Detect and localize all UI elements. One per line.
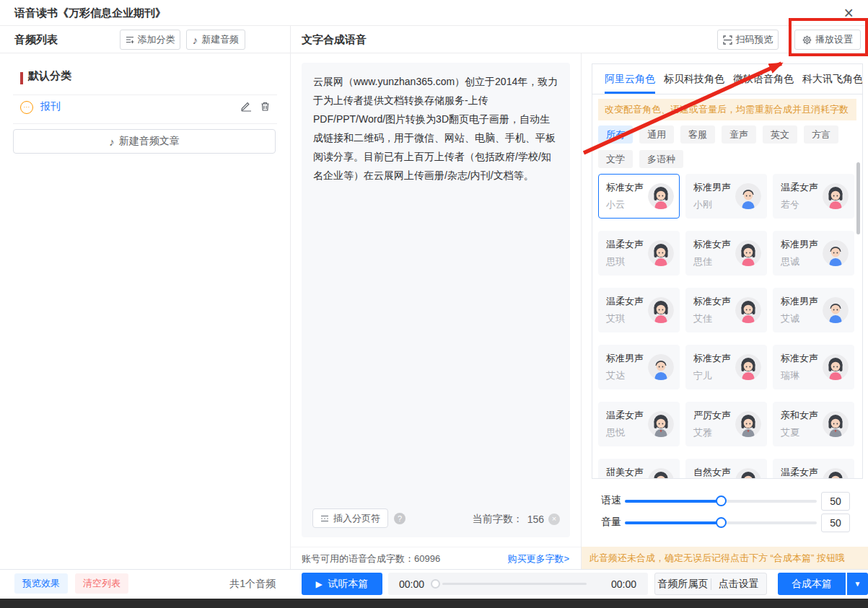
speed-slider-fill [625,500,721,503]
voice-filter-chip[interactable]: 文学 [598,150,633,168]
volume-slider[interactable] [625,521,817,524]
insert-pagebreak-button[interactable]: 插入分页符 [312,508,388,528]
volume-slider-fill [625,521,721,524]
voice-card[interactable]: 标准女声小云 [598,174,680,219]
tts-text-editor[interactable]: 云展网（www.yunzhan365.com）创立于2014年，致力于为上传者提… [302,63,570,537]
voice-avatar-icon [648,240,674,266]
add-category-button[interactable]: 添加分类 [120,30,180,50]
close-icon[interactable]: × [844,2,854,24]
voice-avatar-icon [648,297,674,323]
volume-label: 音量 [601,516,621,529]
voice-card[interactable]: 自然女声 [685,459,767,479]
panel-header-row: 音频列表 添加分类 ♪ 新建音频 文字合成语音 扫码预览 播放设置 [0,26,868,53]
audio-page-setting-group[interactable]: 音频所属页 点击设置 [654,573,767,595]
voice-card[interactable]: 标准女声瑞琳 [773,345,854,389]
category-name: 默认分类 [28,69,71,83]
voice-card[interactable]: 温柔女声思悦 [598,402,680,446]
voice-role-panel: 阿里云角色标贝科技角色微软语音角色科大讯飞角色 改变配音角色、语速或音量后，均需… [592,63,863,479]
audio-count-text: 共1个音频 [208,573,276,594]
elapsed-time: 00:00 [399,578,424,590]
speed-slider-row: 语速 50 [592,492,868,511]
voice-card[interactable]: 标准女声思佳 [685,231,767,276]
voice-provider-tabs: 阿里云角色标贝科技角色微软语音角色科大讯飞角色 [592,64,862,94]
voice-card[interactable]: 温柔女声 [773,459,854,479]
voice-filter-chip[interactable]: 英文 [763,125,797,144]
voice-filter-chip[interactable]: 多语种 [639,150,683,168]
voice-card[interactable]: 标准男声思诚 [773,231,854,276]
volume-value-input[interactable]: 50 [821,514,850,532]
voice-card[interactable]: 甜美女声 [598,459,680,479]
voice-avatar-icon [823,183,849,209]
music-note-icon: ♪ [109,136,115,148]
voice-card[interactable]: 标准女声宁儿 [685,345,767,389]
voice-reading-modal: 语音读书《万彩信息企业期刊》 × 音频列表 添加分类 ♪ 新建音频 文字合成语音… [0,0,868,599]
player-seek-knob[interactable] [431,579,440,589]
voice-provider-tab[interactable]: 标贝科技角色 [664,64,724,94]
voice-filter-chip[interactable]: 所有 [598,125,633,144]
voice-avatar-icon [648,468,674,479]
voice-card[interactable]: 温柔女声若兮 [773,174,854,219]
tts-text-content[interactable]: 云展网（www.yunzhan365.com）创立于2014年，致力于为上传者提… [302,63,570,194]
speed-label: 语速 [601,494,621,507]
page-title: 语音读书《万彩信息企业期刊》 [14,0,166,26]
speed-slider-knob[interactable] [716,495,727,506]
voice-avatar-icon [823,354,849,380]
voice-card[interactable]: 标准男声艾诚 [773,288,854,332]
voice-card[interactable]: 亲和女声艾夏 [773,402,854,446]
voice-card[interactable]: 标准男声小刚 [685,174,767,219]
clear-count-icon[interactable]: × [548,514,560,525]
voice-list-scrollbar[interactable] [856,162,860,234]
category-color-bar [20,72,23,84]
voice-card[interactable]: 温柔女声艾琪 [598,288,680,332]
voice-card[interactable]: 严厉女声艾雅 [685,402,767,446]
divider [13,123,277,124]
voice-avatar-icon [735,240,761,266]
audio-page-label: 音频所属页 [655,578,711,591]
voice-avatar-icon [735,297,761,323]
click-setting-label[interactable]: 点击设置 [711,578,767,591]
play-settings-button[interactable]: 播放设置 [794,30,861,50]
synthesize-button[interactable]: 合成本篇 [778,573,846,595]
category-dot-icon: ··· [20,101,33,114]
help-icon[interactable]: ? [394,513,405,524]
unsynthesized-notice: 此音频还未合成，确定无误后记得点击下方 “合成本篇” 按钮哦 [582,547,868,569]
scan-preview-button[interactable]: 扫码预览 [717,30,779,50]
listen-button[interactable]: ▶ 试听本篇 [302,573,382,595]
player-progress-track[interactable] [442,583,587,585]
voice-filter-chips: 所有通用客服童声英文方言文学多语种 [598,125,856,168]
preview-effect-button[interactable]: 预览效果 [14,573,68,594]
speed-value-input[interactable]: 50 [821,492,850,511]
voice-avatar-icon [823,240,849,266]
account-chars-label: 账号可用的语音合成字数： [302,553,414,564]
buy-more-chars-link[interactable]: 购买更多字数> [507,547,569,570]
voice-provider-tab[interactable]: 微软语音角色 [733,64,794,94]
voice-filter-chip[interactable]: 通用 [639,125,674,144]
new-audio-button[interactable]: ♪ 新建音频 [186,30,245,50]
voice-provider-tab[interactable]: 科大讯飞角色 [802,64,863,94]
voice-filter-chip[interactable]: 童声 [722,125,756,144]
audio-player-bar: 00:00 00:00 [388,573,648,595]
voice-card[interactable]: 标准女声艾佳 [685,288,767,332]
volume-slider-knob[interactable] [716,517,727,528]
music-note-icon: ♪ [193,34,198,46]
voice-avatar-icon [648,354,674,380]
voice-avatar-icon [735,354,761,380]
voice-avatar-icon [823,468,849,479]
speed-slider[interactable] [625,500,817,503]
edit-icon[interactable] [241,101,252,112]
voice-card[interactable]: 标准男声艾达 [598,345,680,389]
voice-provider-tab[interactable]: 阿里云角色 [605,64,655,94]
voice-avatar-icon [823,297,849,323]
synthesize-dropdown-icon[interactable]: ▼ [847,573,868,595]
volume-slider-row: 音量 50 [592,514,868,532]
audio-list-item[interactable]: ··· 报刊 [0,99,290,123]
delete-icon[interactable] [260,101,271,112]
audio-item-label[interactable]: 报刊 [40,100,61,113]
voice-card[interactable]: 温柔女声思琪 [598,231,680,276]
voice-avatar-icon [735,411,761,437]
clear-list-button[interactable]: 清空列表 [75,573,128,594]
voice-card-grid: 标准女声小云标准男声小刚温柔女声若兮温柔女声思琪标准女声思佳标准男声思诚温柔女声… [598,174,856,479]
voice-filter-chip[interactable]: 方言 [804,125,838,144]
voice-filter-chip[interactable]: 客服 [680,125,715,144]
new-audio-article-button[interactable]: ♪ 新建音频文章 [13,129,276,154]
